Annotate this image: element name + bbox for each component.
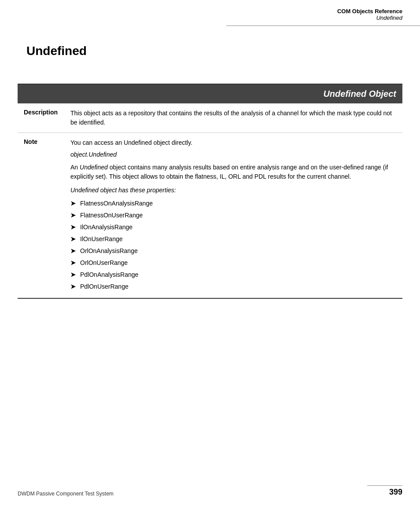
arrow-icon: ➤ xyxy=(70,258,76,268)
footer-text: DWDM Passive Component Test System xyxy=(18,491,114,497)
arrow-icon: ➤ xyxy=(70,211,76,220)
note-row: Note You can access an Undefined object … xyxy=(18,133,402,299)
main-content: Undefined Object Description This object… xyxy=(18,84,402,299)
page-number: 399 xyxy=(389,488,402,496)
description-content: This object acts as a repository that co… xyxy=(66,103,402,133)
list-item: ➤IlOnUserRange xyxy=(70,233,396,245)
list-item: ➤IlOnAnalysisRange xyxy=(70,221,396,233)
arrow-icon: ➤ xyxy=(70,199,76,208)
arrow-icon: ➤ xyxy=(70,270,76,279)
footer-page: 399 xyxy=(367,485,402,497)
property-name: FlatnessOnAnalysisRange xyxy=(80,199,153,208)
list-item: ➤OrlOnAnalysisRange xyxy=(70,245,396,257)
page-header: COM Objects Reference Undefined xyxy=(226,0,420,26)
property-name: OrlOnUserRange xyxy=(80,258,128,268)
list-item: ➤FlatnessOnAnalysisRange xyxy=(70,198,396,209)
table-header-cell: Undefined Object xyxy=(18,84,402,103)
property-name: IlOnAnalysisRange xyxy=(80,223,133,232)
page-title: Undefined xyxy=(26,44,87,58)
note-code: object.Undefined xyxy=(70,150,396,159)
note-content: You can access an Undefined object direc… xyxy=(66,133,402,299)
property-name: PdlOnAnalysisRange xyxy=(80,270,138,279)
list-item: ➤PdlOnUserRange xyxy=(70,281,396,293)
note-list-intro-italic: Undefined xyxy=(70,187,99,194)
footer: DWDM Passive Component Test System 399 xyxy=(18,485,402,497)
property-name: IlOnUserRange xyxy=(80,235,123,244)
note-line1: You can access an Undefined object direc… xyxy=(70,138,396,147)
list-item: ➤OrlOnUserRange xyxy=(70,257,396,269)
note-para: An Undefined object contains many analys… xyxy=(70,163,396,181)
property-name: PdlOnUserRange xyxy=(80,282,129,291)
header-title: COM Objects Reference xyxy=(226,8,402,15)
content-table: Undefined Object Description This object… xyxy=(18,84,402,299)
header-subtitle: Undefined xyxy=(226,15,402,21)
arrow-icon: ➤ xyxy=(70,282,76,291)
properties-list: ➤FlatnessOnAnalysisRange➤FlatnessOnUserR… xyxy=(70,198,396,293)
note-para-italic: Undefined xyxy=(80,164,108,171)
note-list-intro: Undefined object has these properties: xyxy=(70,186,396,195)
arrow-icon: ➤ xyxy=(70,235,76,244)
property-name: FlatnessOnUserRange xyxy=(80,211,143,220)
property-name: OrlOnAnalysisRange xyxy=(80,246,138,256)
table-header-row: Undefined Object xyxy=(18,84,402,103)
description-row: Description This object acts as a reposi… xyxy=(18,103,402,133)
arrow-icon: ➤ xyxy=(70,246,76,256)
page-container: COM Objects Reference Undefined Undefine… xyxy=(0,0,420,510)
list-item: ➤PdlOnAnalysisRange xyxy=(70,269,396,281)
arrow-icon: ➤ xyxy=(70,223,76,232)
list-item: ➤FlatnessOnUserRange xyxy=(70,209,396,221)
note-label: Note xyxy=(18,133,66,299)
description-label: Description xyxy=(18,103,66,133)
